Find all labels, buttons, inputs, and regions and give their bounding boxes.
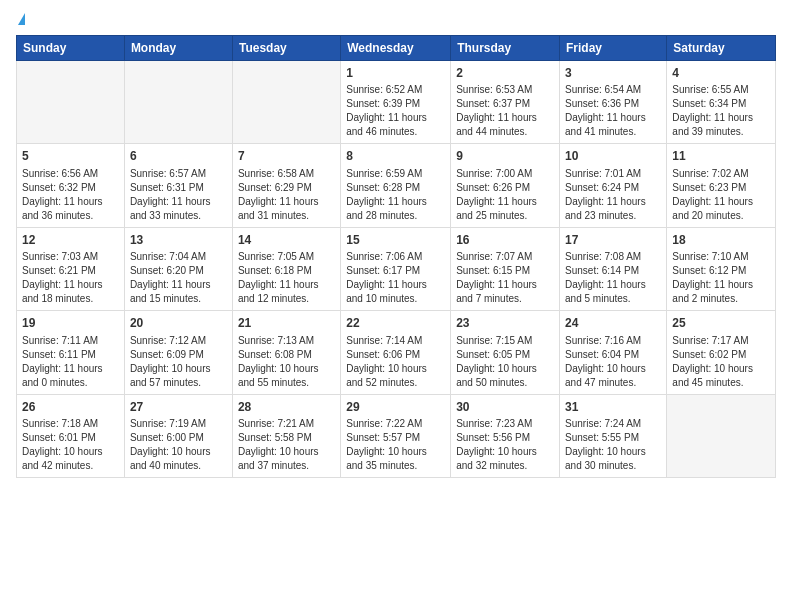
day-info: Sunrise: 7:22 AM Sunset: 5:57 PM Dayligh… bbox=[346, 417, 445, 473]
day-number: 6 bbox=[130, 148, 227, 165]
day-info: Sunrise: 7:02 AM Sunset: 6:23 PM Dayligh… bbox=[672, 167, 770, 223]
day-number: 25 bbox=[672, 315, 770, 332]
day-number: 28 bbox=[238, 399, 335, 416]
day-info: Sunrise: 7:12 AM Sunset: 6:09 PM Dayligh… bbox=[130, 334, 227, 390]
calendar-cell: 18Sunrise: 7:10 AM Sunset: 6:12 PM Dayli… bbox=[667, 227, 776, 310]
day-info: Sunrise: 7:21 AM Sunset: 5:58 PM Dayligh… bbox=[238, 417, 335, 473]
day-number: 14 bbox=[238, 232, 335, 249]
day-number: 22 bbox=[346, 315, 445, 332]
calendar-cell: 19Sunrise: 7:11 AM Sunset: 6:11 PM Dayli… bbox=[17, 311, 125, 394]
calendar-week-5: 26Sunrise: 7:18 AM Sunset: 6:01 PM Dayli… bbox=[17, 394, 776, 477]
day-info: Sunrise: 7:05 AM Sunset: 6:18 PM Dayligh… bbox=[238, 250, 335, 306]
day-number: 2 bbox=[456, 65, 554, 82]
logo bbox=[16, 16, 25, 25]
day-number: 8 bbox=[346, 148, 445, 165]
calendar-cell: 24Sunrise: 7:16 AM Sunset: 6:04 PM Dayli… bbox=[560, 311, 667, 394]
day-info: Sunrise: 6:56 AM Sunset: 6:32 PM Dayligh… bbox=[22, 167, 119, 223]
calendar-cell bbox=[124, 61, 232, 144]
day-info: Sunrise: 7:13 AM Sunset: 6:08 PM Dayligh… bbox=[238, 334, 335, 390]
day-info: Sunrise: 7:15 AM Sunset: 6:05 PM Dayligh… bbox=[456, 334, 554, 390]
day-number: 13 bbox=[130, 232, 227, 249]
weekday-header-monday: Monday bbox=[124, 36, 232, 61]
calendar-cell: 21Sunrise: 7:13 AM Sunset: 6:08 PM Dayli… bbox=[232, 311, 340, 394]
calendar-table: SundayMondayTuesdayWednesdayThursdayFrid… bbox=[16, 35, 776, 478]
day-info: Sunrise: 7:01 AM Sunset: 6:24 PM Dayligh… bbox=[565, 167, 661, 223]
day-info: Sunrise: 7:19 AM Sunset: 6:00 PM Dayligh… bbox=[130, 417, 227, 473]
day-info: Sunrise: 7:06 AM Sunset: 6:17 PM Dayligh… bbox=[346, 250, 445, 306]
day-info: Sunrise: 6:52 AM Sunset: 6:39 PM Dayligh… bbox=[346, 83, 445, 139]
calendar-cell: 31Sunrise: 7:24 AM Sunset: 5:55 PM Dayli… bbox=[560, 394, 667, 477]
page-container: SundayMondayTuesdayWednesdayThursdayFrid… bbox=[0, 0, 792, 486]
day-number: 31 bbox=[565, 399, 661, 416]
day-number: 19 bbox=[22, 315, 119, 332]
calendar-cell: 11Sunrise: 7:02 AM Sunset: 6:23 PM Dayli… bbox=[667, 144, 776, 227]
day-number: 30 bbox=[456, 399, 554, 416]
weekday-header-saturday: Saturday bbox=[667, 36, 776, 61]
day-number: 10 bbox=[565, 148, 661, 165]
calendar-cell: 6Sunrise: 6:57 AM Sunset: 6:31 PM Daylig… bbox=[124, 144, 232, 227]
calendar-cell: 12Sunrise: 7:03 AM Sunset: 6:21 PM Dayli… bbox=[17, 227, 125, 310]
calendar-cell: 30Sunrise: 7:23 AM Sunset: 5:56 PM Dayli… bbox=[451, 394, 560, 477]
day-info: Sunrise: 6:57 AM Sunset: 6:31 PM Dayligh… bbox=[130, 167, 227, 223]
weekday-header-wednesday: Wednesday bbox=[341, 36, 451, 61]
day-number: 26 bbox=[22, 399, 119, 416]
calendar-cell: 13Sunrise: 7:04 AM Sunset: 6:20 PM Dayli… bbox=[124, 227, 232, 310]
weekday-header-friday: Friday bbox=[560, 36, 667, 61]
day-number: 23 bbox=[456, 315, 554, 332]
calendar-cell: 25Sunrise: 7:17 AM Sunset: 6:02 PM Dayli… bbox=[667, 311, 776, 394]
calendar-cell: 14Sunrise: 7:05 AM Sunset: 6:18 PM Dayli… bbox=[232, 227, 340, 310]
day-info: Sunrise: 7:03 AM Sunset: 6:21 PM Dayligh… bbox=[22, 250, 119, 306]
calendar-cell: 7Sunrise: 6:58 AM Sunset: 6:29 PM Daylig… bbox=[232, 144, 340, 227]
day-info: Sunrise: 7:14 AM Sunset: 6:06 PM Dayligh… bbox=[346, 334, 445, 390]
day-number: 4 bbox=[672, 65, 770, 82]
calendar-cell: 16Sunrise: 7:07 AM Sunset: 6:15 PM Dayli… bbox=[451, 227, 560, 310]
calendar-cell: 3Sunrise: 6:54 AM Sunset: 6:36 PM Daylig… bbox=[560, 61, 667, 144]
calendar-cell: 8Sunrise: 6:59 AM Sunset: 6:28 PM Daylig… bbox=[341, 144, 451, 227]
day-info: Sunrise: 7:17 AM Sunset: 6:02 PM Dayligh… bbox=[672, 334, 770, 390]
day-number: 24 bbox=[565, 315, 661, 332]
day-info: Sunrise: 6:59 AM Sunset: 6:28 PM Dayligh… bbox=[346, 167, 445, 223]
page-header bbox=[16, 16, 776, 25]
calendar-cell: 23Sunrise: 7:15 AM Sunset: 6:05 PM Dayli… bbox=[451, 311, 560, 394]
weekday-header-tuesday: Tuesday bbox=[232, 36, 340, 61]
calendar-cell: 5Sunrise: 6:56 AM Sunset: 6:32 PM Daylig… bbox=[17, 144, 125, 227]
day-number: 17 bbox=[565, 232, 661, 249]
day-info: Sunrise: 7:11 AM Sunset: 6:11 PM Dayligh… bbox=[22, 334, 119, 390]
calendar-cell: 20Sunrise: 7:12 AM Sunset: 6:09 PM Dayli… bbox=[124, 311, 232, 394]
day-number: 11 bbox=[672, 148, 770, 165]
day-number: 12 bbox=[22, 232, 119, 249]
calendar-cell: 29Sunrise: 7:22 AM Sunset: 5:57 PM Dayli… bbox=[341, 394, 451, 477]
calendar-cell: 1Sunrise: 6:52 AM Sunset: 6:39 PM Daylig… bbox=[341, 61, 451, 144]
calendar-cell: 9Sunrise: 7:00 AM Sunset: 6:26 PM Daylig… bbox=[451, 144, 560, 227]
day-info: Sunrise: 7:07 AM Sunset: 6:15 PM Dayligh… bbox=[456, 250, 554, 306]
day-number: 16 bbox=[456, 232, 554, 249]
calendar-cell bbox=[17, 61, 125, 144]
logo-arrow-icon bbox=[18, 13, 25, 25]
calendar-week-1: 1Sunrise: 6:52 AM Sunset: 6:39 PM Daylig… bbox=[17, 61, 776, 144]
day-info: Sunrise: 7:18 AM Sunset: 6:01 PM Dayligh… bbox=[22, 417, 119, 473]
day-number: 7 bbox=[238, 148, 335, 165]
day-number: 1 bbox=[346, 65, 445, 82]
calendar-cell: 15Sunrise: 7:06 AM Sunset: 6:17 PM Dayli… bbox=[341, 227, 451, 310]
day-number: 21 bbox=[238, 315, 335, 332]
calendar-week-4: 19Sunrise: 7:11 AM Sunset: 6:11 PM Dayli… bbox=[17, 311, 776, 394]
calendar-cell: 26Sunrise: 7:18 AM Sunset: 6:01 PM Dayli… bbox=[17, 394, 125, 477]
weekday-header-row: SundayMondayTuesdayWednesdayThursdayFrid… bbox=[17, 36, 776, 61]
calendar-cell: 27Sunrise: 7:19 AM Sunset: 6:00 PM Dayli… bbox=[124, 394, 232, 477]
day-info: Sunrise: 7:23 AM Sunset: 5:56 PM Dayligh… bbox=[456, 417, 554, 473]
day-number: 5 bbox=[22, 148, 119, 165]
calendar-cell bbox=[232, 61, 340, 144]
calendar-cell: 22Sunrise: 7:14 AM Sunset: 6:06 PM Dayli… bbox=[341, 311, 451, 394]
day-info: Sunrise: 7:16 AM Sunset: 6:04 PM Dayligh… bbox=[565, 334, 661, 390]
day-info: Sunrise: 7:00 AM Sunset: 6:26 PM Dayligh… bbox=[456, 167, 554, 223]
day-info: Sunrise: 6:54 AM Sunset: 6:36 PM Dayligh… bbox=[565, 83, 661, 139]
day-number: 20 bbox=[130, 315, 227, 332]
day-info: Sunrise: 6:55 AM Sunset: 6:34 PM Dayligh… bbox=[672, 83, 770, 139]
day-info: Sunrise: 6:58 AM Sunset: 6:29 PM Dayligh… bbox=[238, 167, 335, 223]
calendar-cell: 28Sunrise: 7:21 AM Sunset: 5:58 PM Dayli… bbox=[232, 394, 340, 477]
day-number: 18 bbox=[672, 232, 770, 249]
weekday-header-sunday: Sunday bbox=[17, 36, 125, 61]
day-number: 15 bbox=[346, 232, 445, 249]
day-info: Sunrise: 7:04 AM Sunset: 6:20 PM Dayligh… bbox=[130, 250, 227, 306]
day-info: Sunrise: 7:10 AM Sunset: 6:12 PM Dayligh… bbox=[672, 250, 770, 306]
